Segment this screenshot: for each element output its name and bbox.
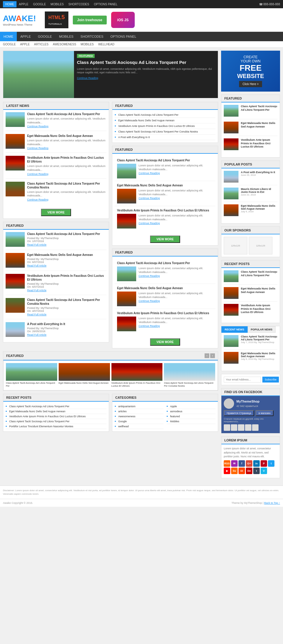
news-read-more-1[interactable]: Continue Reading xyxy=(27,125,48,128)
rp-item-1[interactable]: Class Aptent Taciti Aociosqu Ad Litora T… xyxy=(6,404,106,409)
cat-3[interactable]: Awesomeness xyxy=(115,414,164,419)
fa1-read-1[interactable]: Continue Reading xyxy=(139,172,160,175)
slider-item-4[interactable]: Class Aptent Taciti Sociosqu Ad Litora T… xyxy=(164,363,215,388)
main-nav-home[interactable]: HOME xyxy=(0,32,17,41)
sec-nav-wellhead[interactable]: WELLHEAD xyxy=(98,43,114,46)
fl-item-4[interactable]: Class Aptent Taciti Sociosqu Ad Litora T… xyxy=(115,129,215,135)
top-nav-apple[interactable]: APPLE xyxy=(17,1,31,7)
top-nav-options[interactable]: OPTIONS PANEL xyxy=(91,1,120,7)
email-icon[interactable]: ✉ xyxy=(231,460,238,467)
stumbleupon-icon[interactable]: Su xyxy=(231,468,238,474)
sec-nav-articles[interactable]: ARTICLES xyxy=(34,43,49,46)
rp-item-3[interactable]: Vestibulum Ante Ipsum Primis In Faucibus… xyxy=(6,414,106,419)
main-nav: HOME APPLE GOOGLE MOBILES SHORTCODES OPT… xyxy=(0,32,283,41)
tab-popular-news[interactable]: POPULAR NEWS xyxy=(248,326,276,333)
rss-icon[interactable]: RSS xyxy=(224,460,230,467)
fa2-read-2[interactable]: Continue Reading xyxy=(139,299,160,302)
vimeo-icon[interactable]: V xyxy=(261,468,267,474)
main-nav-apple[interactable]: APPLE xyxy=(17,32,34,41)
google-plus-icon[interactable]: G+ xyxy=(246,460,252,467)
news-read-more-2[interactable]: Continue Reading xyxy=(27,147,48,150)
cat-8[interactable]: featured xyxy=(167,414,215,419)
ad-banner[interactable]: CREATE YOUR OWN FREE WEBSITE Click Here … xyxy=(221,51,280,92)
main-nav-mobiles[interactable]: MOBILES xyxy=(55,32,77,41)
delicious-icon[interactable]: De xyxy=(246,468,252,474)
ad-click-button[interactable]: Click Here > xyxy=(239,81,262,87)
fa1-read-3[interactable]: Continue Reading xyxy=(139,222,160,225)
sf-item-3: Vestibulum Ante Ipsum Primis In Faucibus… xyxy=(224,138,277,153)
slider-thumb-1 xyxy=(6,363,57,381)
rp-item-2[interactable]: Eget Malesuada Nunc Delis Sed Augue Aene… xyxy=(6,409,106,414)
news-thumb-2 xyxy=(6,134,25,149)
main-nav-google[interactable]: GOOGLE xyxy=(34,32,55,41)
slider-prev[interactable]: ‹ xyxy=(205,353,209,358)
cat-5[interactable]: wellhead xyxy=(115,424,164,429)
linkedin-icon[interactable]: in xyxy=(253,460,260,467)
sec-nav-google[interactable]: GOOGLE xyxy=(3,43,16,46)
fi-read-3[interactable]: Read Full Article xyxy=(27,289,47,292)
cat-9[interactable]: Mobiles xyxy=(167,419,215,424)
slider-item-1[interactable]: Class Aptent Taciti Aociosqu Ad Litora T… xyxy=(6,363,57,388)
view-more-button-3[interactable]: VIEW MORE xyxy=(150,338,180,346)
fa2-read-1[interactable]: Continue Reading xyxy=(139,274,160,277)
sponsors-row: 125x125 125x125 xyxy=(221,234,280,257)
main-nav-shortcodes[interactable]: SHORTCODES xyxy=(77,32,107,41)
top-nav-home[interactable]: HOME xyxy=(3,1,17,7)
rps-item-2: Eget Malesuada Nunc Delis Sed Augue Aene… xyxy=(224,287,277,302)
top-nav-shortcodes[interactable]: SHORTCODES xyxy=(66,1,91,7)
sec-nav-mobiles[interactable]: MOBILES xyxy=(80,43,93,46)
view-more-button-1[interactable]: VIEW MORE xyxy=(41,209,71,216)
fi-read-2[interactable]: Read Full Article xyxy=(27,264,47,267)
fb-shop-button[interactable]: в магазин xyxy=(256,410,274,416)
fi-read-4[interactable]: Read Full Article xyxy=(27,313,47,316)
youtube-icon[interactable]: ▶ xyxy=(224,468,230,474)
cat-6[interactable]: Apple xyxy=(167,404,215,409)
fb-like-button[interactable]: Нравится Страница xyxy=(224,410,254,416)
back-to-top-link[interactable]: Back to Top ↑ xyxy=(264,501,280,504)
rp-item-5[interactable]: Porttifor Lectus Tincidunt Elementum Nas… xyxy=(6,424,106,429)
facebook-icon[interactable]: f xyxy=(238,460,245,467)
fl-item-2[interactable]: Eget Malesuada Nunc Delis Sed Augue Aene… xyxy=(115,118,215,123)
main-nav-options[interactable]: OPTIONS PANEL xyxy=(107,32,140,41)
sponsor-2[interactable]: 125x125 xyxy=(249,237,272,254)
news-read-more-4[interactable]: Continue Reading xyxy=(27,198,48,201)
subscribe-button[interactable]: Subscribe xyxy=(262,377,279,383)
fi-read-5[interactable]: Read Full Article xyxy=(27,333,47,336)
cat-7[interactable]: asmodeus xyxy=(167,409,215,414)
view-more-button-2[interactable]: VIEW MORE xyxy=(150,236,180,243)
fi-read-1[interactable]: Read Full Article xyxy=(27,243,47,246)
top-nav-mobiles[interactable]: MOBILES xyxy=(48,1,66,7)
rp-item-4[interactable]: Class Aptent Taciti Sociosqu Ad Litora T… xyxy=(6,419,106,424)
join-treehouse-button[interactable]: Join treehouse xyxy=(73,16,107,24)
slider-next[interactable]: › xyxy=(210,353,215,358)
fl-item-1[interactable]: Class Aptent Taciti Aociosqu Ad Litora T… xyxy=(115,112,215,118)
fa2-read-3[interactable]: Continue Reading xyxy=(139,325,160,327)
top-nav-google[interactable]: GOOGLE xyxy=(31,1,48,7)
cat-1[interactable]: antiquarianism xyxy=(115,404,164,409)
news-read-more-3[interactable]: Continue Reading xyxy=(27,173,48,176)
hero-read-more[interactable]: Continue Reading xyxy=(77,77,98,80)
fb-friend-3 xyxy=(238,424,244,431)
sec-nav-apple[interactable]: APPLE xyxy=(20,43,29,46)
fl-item-5[interactable]: A Post with Everything In It xyxy=(115,135,215,140)
tumblr-icon[interactable]: t xyxy=(253,468,260,474)
sec-nav-awesomeness[interactable]: AWESOMENESS xyxy=(53,43,76,46)
fb-friend-5 xyxy=(252,424,259,431)
pinterest-icon[interactable]: P xyxy=(261,460,267,467)
fa1-read-2[interactable]: Continue Reading xyxy=(139,197,160,200)
fi-item-1: Class Aptent Taciti Aociosqu Ad Litora T… xyxy=(6,232,106,250)
twitter-icon[interactable]: t xyxy=(268,460,274,467)
sponsor-1[interactable]: 125x125 xyxy=(224,237,247,254)
email-input[interactable] xyxy=(224,377,261,383)
digg-icon[interactable]: Di xyxy=(238,468,245,474)
slider-item-2[interactable]: Eget Malesuada Nunc Delis Sed Augue Aene… xyxy=(59,363,110,388)
cat-2[interactable]: articles xyxy=(115,409,164,414)
slider-item-3[interactable]: Vestibulum Ante Ipsum Primis In Faucibus… xyxy=(111,363,163,388)
sidebar-featured: FEATURED Class Aptent Taciti Aociosqu Ad… xyxy=(221,95,280,158)
tab-recent-news[interactable]: RECENT NEWS xyxy=(221,326,248,333)
fi-thumb-3 xyxy=(6,274,25,289)
fl-item-3[interactable]: Vestibulum Ante Ipsum Primis In Faucibus… xyxy=(115,123,215,129)
news-item-4: Class Aptent Taciti Sociosqu Ad Litora T… xyxy=(6,182,106,204)
sponsors-section: OUR SPONSORS 125x125 125x125 xyxy=(221,226,280,257)
cat-4[interactable]: Google xyxy=(115,419,164,424)
